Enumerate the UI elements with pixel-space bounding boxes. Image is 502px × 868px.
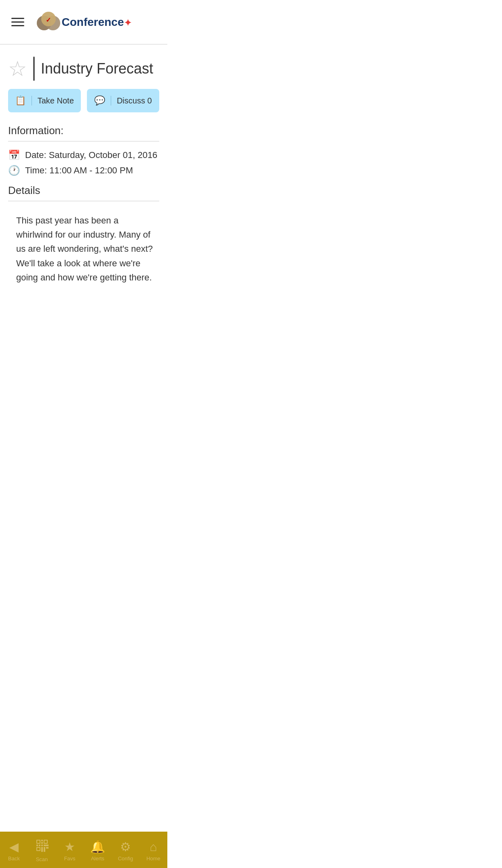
- time-info-item: 🕐 Time: 11:00 AM - 12:00 PM: [8, 165, 159, 176]
- details-header: Details: [8, 184, 159, 201]
- take-note-button[interactable]: 📋 Take Note: [8, 89, 81, 112]
- information-header: Information:: [8, 124, 159, 141]
- date-info-item: 📅 Date: Saturday, October 01, 2016: [8, 150, 159, 161]
- action-buttons-row: 📋 Take Note 💬 Discuss 0: [8, 89, 159, 112]
- note-icon: 📋: [15, 95, 26, 106]
- hamburger-line: [11, 25, 24, 26]
- app-header: ✓ Conference✦: [0, 0, 167, 44]
- hamburger-line: [11, 21, 24, 23]
- information-section: Information: 📅 Date: Saturday, October 0…: [8, 124, 159, 176]
- button-divider: [32, 96, 32, 105]
- session-title-row: ☆ Industry Forecast: [8, 57, 159, 81]
- app-logo-icon: ✓: [35, 9, 61, 35]
- hamburger-menu-button[interactable]: [8, 15, 27, 29]
- calendar-icon: 📅: [8, 150, 20, 161]
- title-divider: [33, 57, 35, 81]
- discuss-icon: 💬: [94, 95, 105, 106]
- hamburger-line: [11, 18, 24, 19]
- session-title: Industry Forecast: [41, 60, 153, 77]
- details-section: Details This past year has been a whirlw…: [8, 184, 159, 289]
- discuss-button[interactable]: 💬 Discuss 0: [87, 89, 160, 112]
- logo-area: ✓ Conference✦: [27, 9, 139, 35]
- clock-icon: 🕐: [8, 165, 20, 176]
- details-body-text: This past year has been a whirlwind for …: [8, 209, 159, 289]
- app-title: Conference✦: [61, 16, 131, 29]
- take-note-label: Take Note: [38, 96, 74, 105]
- favorite-star-icon[interactable]: ☆: [8, 58, 27, 79]
- app-title-star: ✦: [124, 18, 131, 28]
- time-text: Time: 11:00 AM - 12:00 PM: [25, 165, 133, 176]
- main-content: ☆ Industry Forecast 📋 Take Note 💬 Discus…: [0, 44, 167, 297]
- svg-text:✓: ✓: [46, 17, 51, 23]
- discuss-label: Discuss 0: [117, 96, 152, 105]
- button-divider: [111, 96, 111, 105]
- date-text: Date: Saturday, October 01, 2016: [25, 150, 157, 160]
